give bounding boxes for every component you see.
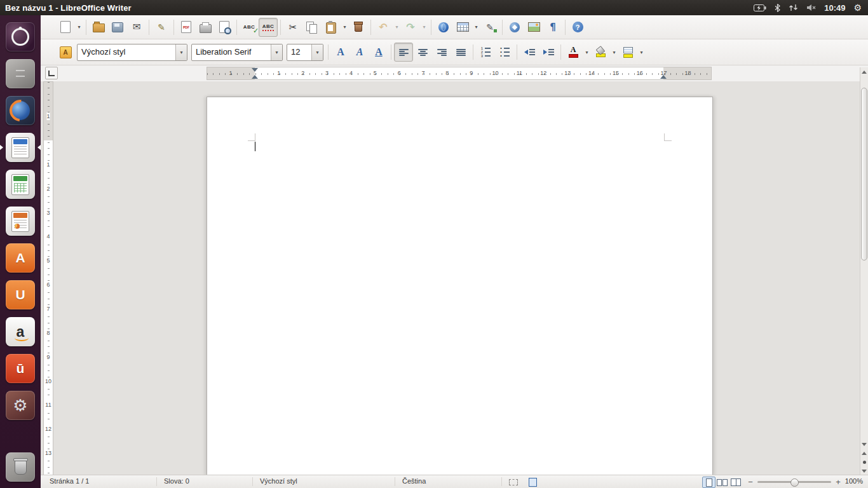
zoom-slider[interactable]	[757, 481, 831, 483]
tab-stop-selector[interactable]	[45, 67, 58, 79]
zoom-slider-handle[interactable]	[790, 478, 799, 487]
ruler-number: 6	[46, 281, 50, 288]
gallery-button[interactable]	[524, 18, 543, 37]
font-size-combo[interactable]: 12	[287, 44, 323, 61]
document-modified-indicator[interactable]	[529, 478, 537, 487]
cut-button[interactable]: ✂	[283, 18, 302, 37]
launcher-item-libreoffice-impress[interactable]	[0, 203, 41, 240]
spelling-button[interactable]: ABC	[240, 18, 259, 37]
network-icon[interactable]	[789, 0, 798, 15]
new-document-dropdown[interactable]	[75, 18, 83, 36]
insert-table-button[interactable]	[453, 18, 472, 37]
edit-file-button[interactable]: ✎	[152, 18, 171, 37]
styles-and-formatting-button[interactable]: A	[56, 43, 75, 62]
language-field[interactable]: Čeština	[402, 477, 426, 485]
font-color-dropdown[interactable]	[583, 43, 591, 61]
bulleted-list-toggle[interactable]	[495, 43, 514, 62]
justify-toggle[interactable]	[451, 43, 470, 62]
launcher-item-ubuntu-software[interactable]: ū	[0, 350, 41, 387]
launcher-item-libreoffice-writer[interactable]	[0, 129, 41, 166]
zoom-level[interactable]: 100%	[845, 477, 863, 485]
launcher-item-libreoffice-calc[interactable]	[0, 166, 41, 203]
word-count-field[interactable]: Slova: 0	[164, 477, 189, 485]
draw-functions-button[interactable]: ✎	[480, 18, 499, 37]
save-button[interactable]	[108, 18, 127, 37]
document-page[interactable]	[207, 97, 713, 476]
navigate-by-button[interactable]	[860, 458, 868, 466]
font-size-dropdown[interactable]	[311, 44, 323, 60]
background-color-button[interactable]	[618, 43, 637, 62]
zoom-out-button[interactable]	[746, 477, 755, 487]
hyperlink-button[interactable]	[434, 18, 453, 37]
font-name-dropdown[interactable]	[271, 44, 282, 60]
navigator-button[interactable]	[505, 18, 524, 37]
export-pdf-button[interactable]: PDF	[177, 18, 196, 37]
launcher-item-amazon[interactable]: a	[0, 313, 41, 350]
paragraph-style-combo[interactable]: Výchozí styl	[77, 44, 187, 61]
paste-dropdown[interactable]	[341, 18, 349, 36]
insert-table-dropdown[interactable]	[472, 18, 480, 36]
open-button[interactable]	[89, 18, 108, 37]
horizontal-ruler[interactable]: 1123456789101112131415161718	[207, 67, 712, 80]
page-number-field[interactable]: Stránka 1 / 1	[50, 477, 89, 485]
vertical-scrollbar[interactable]	[860, 67, 868, 475]
vertical-ruler[interactable]: 112345678910111213	[43, 81, 53, 475]
highlighting-button[interactable]	[591, 43, 610, 62]
font-color-button[interactable]: A	[564, 43, 583, 62]
first-line-indent-marker[interactable]	[252, 68, 258, 72]
formatting-marks-toggle[interactable]: ¶	[543, 18, 562, 37]
clone-formatting-button[interactable]	[349, 18, 368, 37]
font-name-combo[interactable]: Liberation Serif	[191, 44, 283, 61]
redo-button[interactable]: ↷	[401, 18, 420, 37]
undo-button[interactable]: ↶	[374, 18, 393, 37]
launcher-item-ubuntu-one[interactable]: U	[0, 276, 41, 313]
launcher-item-dash-home[interactable]	[0, 18, 41, 55]
book-view-button[interactable]	[729, 477, 742, 488]
increase-indent-button[interactable]	[539, 43, 558, 62]
redo-dropdown[interactable]	[420, 18, 428, 36]
battery-icon[interactable]	[754, 0, 766, 15]
decrease-indent-button[interactable]	[520, 43, 539, 62]
highlighting-dropdown[interactable]	[610, 43, 618, 61]
left-indent-marker[interactable]	[252, 75, 258, 79]
arrow-down-icon	[862, 443, 867, 446]
selection-mode-indicator[interactable]	[509, 479, 518, 485]
print-button[interactable]	[196, 18, 215, 37]
numbered-list-toggle[interactable]	[476, 43, 495, 62]
multi-page-view-button[interactable]	[715, 477, 729, 488]
undo-dropdown[interactable]	[393, 18, 401, 36]
session-gear-icon[interactable]: ⚙	[853, 0, 862, 15]
launcher-item-system-settings[interactable]: ⚙	[0, 387, 41, 424]
paragraph-style-dropdown[interactable]	[175, 44, 187, 60]
bluetooth-icon[interactable]	[775, 0, 780, 15]
print-preview-button[interactable]	[215, 18, 234, 37]
send-email-button[interactable]: ✉	[127, 18, 146, 37]
align-left-toggle[interactable]	[394, 43, 413, 62]
next-page-button[interactable]	[860, 466, 868, 475]
scroll-up-button[interactable]	[860, 67, 868, 76]
launcher-item-trash[interactable]	[0, 449, 41, 485]
new-document-button[interactable]	[56, 18, 75, 37]
volume-muted-icon[interactable]	[806, 0, 816, 15]
background-color-dropdown[interactable]	[637, 43, 646, 61]
align-center-toggle[interactable]	[413, 43, 432, 62]
scroll-down-button[interactable]	[860, 440, 868, 449]
scrollbar-thumb[interactable]	[861, 88, 867, 261]
single-page-view-button[interactable]	[702, 477, 715, 488]
bold-toggle[interactable]: A	[331, 43, 350, 62]
align-right-toggle[interactable]	[432, 43, 451, 62]
page-style-field[interactable]: Výchozí styl	[260, 477, 297, 485]
underline-toggle[interactable]: A	[369, 43, 388, 62]
launcher-item-software-center[interactable]: A	[0, 240, 41, 276]
zoom-in-button[interactable]	[834, 477, 843, 487]
clock[interactable]: 10:49	[824, 0, 845, 15]
copy-button[interactable]	[302, 18, 322, 37]
launcher-item-firefox[interactable]	[0, 92, 41, 129]
new-document-icon	[60, 21, 71, 33]
help-button[interactable]: ?	[568, 18, 587, 37]
paste-button[interactable]	[322, 18, 341, 37]
launcher-item-files[interactable]	[0, 55, 41, 92]
auto-spellcheck-toggle[interactable]: ABC	[259, 18, 278, 37]
previous-page-button[interactable]	[860, 449, 868, 458]
italic-toggle[interactable]: A	[350, 43, 369, 62]
